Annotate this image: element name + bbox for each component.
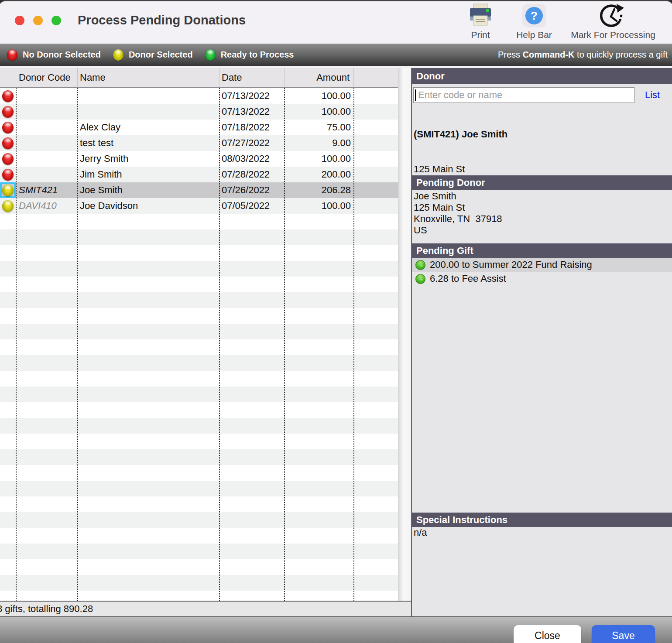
column-divider	[16, 68, 16, 87]
green-led-icon	[205, 49, 216, 61]
row-status-cell[interactable]	[0, 104, 16, 120]
legend-label: Donor Selected	[129, 50, 193, 60]
legend-bar: No Donor SelectedDonor SelectedReady to …	[0, 44, 672, 66]
row-status-cell[interactable]	[0, 120, 16, 135]
mark-for-processing-button[interactable]: Mark For Processing	[565, 3, 662, 43]
dotted-column-line	[16, 88, 17, 601]
green-arrow-icon: →	[415, 260, 425, 270]
cell-amount: 100.00	[284, 151, 353, 167]
cell-date: 07/28/2022	[219, 167, 284, 182]
cell-name	[77, 104, 219, 120]
cell-amount: 100.00	[284, 88, 353, 104]
print-label: Print	[471, 30, 490, 40]
table-scrollbar[interactable]	[398, 68, 411, 601]
cell-date: 07/13/2022	[219, 104, 284, 120]
window-minimize-button[interactable]	[33, 16, 43, 25]
cell-name	[77, 88, 219, 104]
cell-amount: 9.00	[284, 135, 353, 151]
cell-donor-code	[16, 151, 77, 167]
cell-name: Joe Davidson	[77, 198, 219, 214]
legend-items: No Donor SelectedDonor SelectedReady to …	[7, 49, 306, 61]
address-line: Knoxville, TN 37918	[414, 213, 502, 225]
column-header-date[interactable]: Date	[222, 68, 242, 87]
gift-text: 6.28 to Fee Assist	[430, 273, 506, 284]
cell-amount: 200.00	[284, 167, 353, 182]
pending-gift-item[interactable]: →200.00 to Summer 2022 Fund Raising	[412, 258, 672, 272]
print-button[interactable]: Print	[454, 3, 507, 43]
pending-gift-section-header: Pending Gift	[412, 243, 672, 258]
legend-item: Donor Selected	[113, 49, 193, 61]
table-row[interactable]: SMIT421Joe Smith07/26/2022206.28	[0, 182, 398, 198]
red-status-led-icon	[2, 122, 14, 133]
cell-date: 07/26/2022	[219, 182, 284, 198]
cell-amount: 100.00	[284, 198, 353, 214]
cell-name: Joe Smith	[77, 182, 219, 198]
legend-label: Ready to Process	[221, 50, 294, 60]
close-button[interactable]: Close	[514, 625, 581, 643]
red-status-led-icon	[2, 153, 14, 165]
address-line: 125 Main St	[414, 202, 502, 213]
table-row[interactable]: Alex Clay07/18/202275.00	[0, 120, 398, 135]
save-button[interactable]: Save	[592, 625, 655, 643]
cell-date: 07/13/2022	[219, 88, 284, 104]
cell-donor-code: SMIT421	[16, 182, 77, 198]
donor-section-header: Donor	[412, 68, 672, 84]
dotted-column-line	[219, 88, 220, 601]
table-row[interactable]: Jerry Smith08/03/2022100.00	[0, 151, 398, 167]
column-header-donor-code[interactable]: Donor Code	[19, 68, 71, 87]
cell-amount: 100.00	[284, 104, 353, 120]
cell-donor-code: DAVI410	[16, 198, 77, 214]
red-status-led-icon	[2, 169, 14, 181]
table-row[interactable]: test test07/27/20229.00	[0, 135, 398, 151]
donor-panel: Donor List (SMIT421) Joe Smith 125 Main …	[412, 68, 672, 616]
gift-text: 200.00 to Summer 2022 Fund Raising	[430, 259, 592, 270]
donor-search-wrap	[413, 87, 634, 103]
row-status-cell[interactable]	[0, 135, 16, 151]
row-status-cell[interactable]	[0, 151, 16, 167]
address-line: Joe Smith	[414, 191, 502, 202]
table-row[interactable]: 07/13/2022100.00	[0, 88, 398, 104]
column-divider	[284, 68, 285, 87]
cell-date: 07/18/2022	[219, 120, 284, 135]
special-instructions-value: n/a	[414, 527, 427, 538]
yellow-status-led-icon	[2, 185, 14, 196]
row-status-cell[interactable]	[0, 182, 16, 198]
cell-donor-code	[16, 135, 77, 151]
column-header-name[interactable]: Name	[80, 68, 106, 87]
clock-arrow-icon	[599, 3, 627, 29]
red-status-led-icon	[2, 106, 14, 118]
cell-date: 08/03/2022	[219, 151, 284, 167]
red-led-icon	[7, 49, 17, 61]
mark-for-processing-label: Mark For Processing	[571, 30, 655, 40]
row-status-cell[interactable]	[0, 167, 16, 182]
command-hint: Press Command-K to quickly process a gif…	[498, 44, 668, 66]
donor-search-input[interactable]	[413, 87, 634, 103]
table-row[interactable]: 07/13/2022100.00	[0, 104, 398, 120]
donor-result-name: (SMIT421) Joe Smith	[414, 129, 507, 140]
pending-gift-item[interactable]: →6.28 to Fee Assist	[412, 272, 672, 286]
table-body: 07/13/2022100.0007/13/2022100.00Alex Cla…	[0, 88, 398, 601]
cell-amount: 75.00	[284, 120, 353, 135]
cell-date: 07/27/2022	[219, 135, 284, 151]
table-row[interactable]: DAVI410Joe Davidson07/05/2022100.00	[0, 198, 398, 214]
row-status-cell[interactable]	[0, 198, 16, 214]
dotted-column-line	[353, 88, 354, 601]
help-bar-button[interactable]: ? Help Bar	[507, 3, 561, 43]
window-zoom-button[interactable]	[51, 16, 61, 25]
text-caret	[415, 89, 416, 101]
printer-icon	[468, 3, 493, 29]
yellow-status-led-icon	[2, 200, 14, 212]
table-row[interactable]: Jim Smith07/28/2022200.00	[0, 167, 398, 182]
page-title: Process Pending Donations	[78, 13, 246, 27]
help-icon: ?	[522, 3, 546, 29]
list-link[interactable]: List	[645, 87, 660, 103]
window-close-button[interactable]	[15, 16, 24, 25]
dotted-column-line	[284, 88, 285, 601]
cell-name: Jim Smith	[77, 167, 219, 182]
column-divider	[353, 68, 354, 87]
column-header-amount[interactable]: Amount	[284, 68, 350, 87]
table-rows: 07/13/2022100.0007/13/2022100.00Alex Cla…	[0, 88, 398, 214]
column-divider	[219, 68, 219, 87]
help-bar-label: Help Bar	[516, 30, 552, 40]
row-status-cell[interactable]	[0, 88, 16, 104]
